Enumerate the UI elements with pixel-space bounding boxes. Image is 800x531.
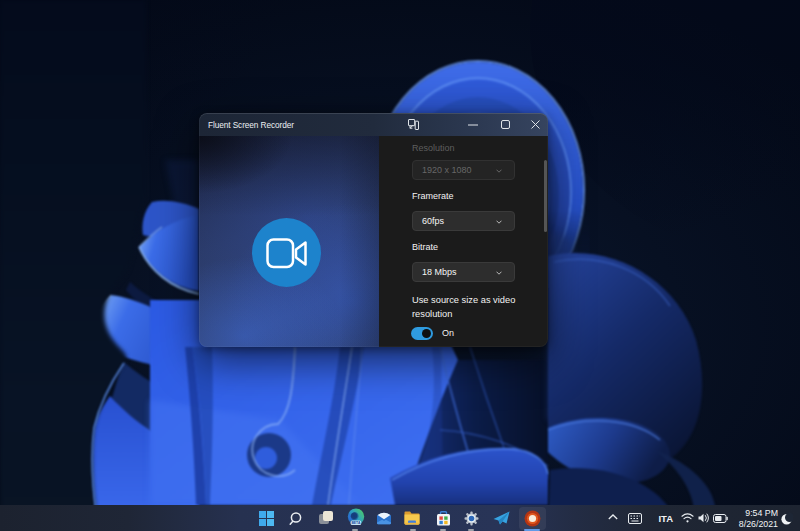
svg-text:BETA: BETA [351, 521, 361, 525]
